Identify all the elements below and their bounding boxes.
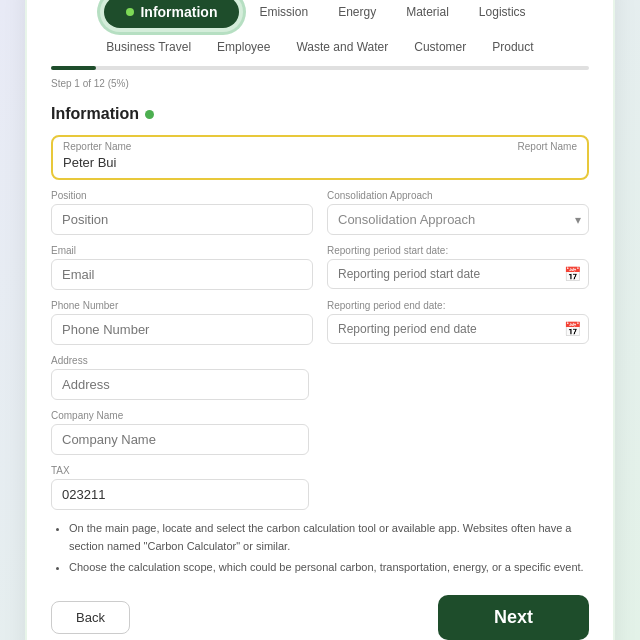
email-reporting-start-row: Email Reporting period start date: 📅 <box>51 245 589 290</box>
consolidation-group: Consolidation Approach Consolidation App… <box>327 190 589 235</box>
phone-reporting-end-row: Phone Number Reporting period end date: … <box>51 300 589 345</box>
position-label: Position <box>51 190 313 201</box>
company-row: Company Name <box>51 410 589 455</box>
progress-section: Step 1 of 12 (5%) <box>27 58 613 91</box>
form-section: Information Reporter Name Report Name Po… <box>27 91 613 581</box>
notes-list: On the main page, locate and select the … <box>51 520 589 577</box>
report-name-label: Report Name <box>518 141 577 152</box>
address-input[interactable] <box>51 369 309 400</box>
position-group: Position <box>51 190 313 235</box>
email-label: Email <box>51 245 313 256</box>
progress-bar-fill <box>51 66 96 70</box>
tab-energy[interactable]: Energy <box>328 1 386 23</box>
reporting-start-group: Reporting period start date: 📅 <box>327 245 589 290</box>
email-input[interactable] <box>51 259 313 290</box>
note-item-1: On the main page, locate and select the … <box>69 520 589 555</box>
tab-information[interactable]: Information <box>104 0 239 28</box>
email-group: Email <box>51 245 313 290</box>
tab-waste-water[interactable]: Waste and Water <box>286 36 398 58</box>
consolidation-label: Consolidation Approach <box>327 190 589 201</box>
tab-emission[interactable]: Emission <box>249 1 318 23</box>
back-button[interactable]: Back <box>51 601 130 634</box>
section-title-text: Information <box>51 105 139 123</box>
top-nav: Information Emission Energy Material Log… <box>27 0 613 58</box>
reporter-name-input[interactable] <box>63 153 563 172</box>
reporting-start-label: Reporting period start date: <box>327 245 589 256</box>
reporter-name-label: Reporter Name <box>63 141 131 152</box>
position-consolidation-row: Position Consolidation Approach Consolid… <box>51 190 589 235</box>
reporting-end-input[interactable] <box>327 314 589 344</box>
active-dot <box>126 8 134 16</box>
reporting-end-group: Reporting period end date: 📅 <box>327 300 589 345</box>
phone-label: Phone Number <box>51 300 313 311</box>
section-dot <box>145 110 154 119</box>
tab-logistics[interactable]: Logistics <box>469 1 536 23</box>
reporting-end-label: Reporting period end date: <box>327 300 589 311</box>
position-input[interactable] <box>51 204 313 235</box>
tab-product[interactable]: Product <box>482 36 543 58</box>
reporting-start-input[interactable] <box>327 259 589 289</box>
address-label: Address <box>51 355 309 366</box>
company-input[interactable] <box>51 424 309 455</box>
progress-bar-bg <box>51 66 589 70</box>
company-label: Company Name <box>51 410 309 421</box>
nav-row1: Information Emission Energy Material Log… <box>104 0 535 28</box>
consolidation-select[interactable]: Consolidation Approach <box>327 204 589 235</box>
nav-row2: Business Travel Employee Waste and Water… <box>96 36 543 58</box>
tab-information-label: Information <box>140 4 217 20</box>
address-group: Address <box>51 355 309 400</box>
phone-input[interactable] <box>51 314 313 345</box>
main-card: Information Emission Energy Material Log… <box>25 0 615 640</box>
footer: Back Next <box>27 581 613 640</box>
tab-business-travel[interactable]: Business Travel <box>96 36 201 58</box>
tab-material[interactable]: Material <box>396 1 459 23</box>
consolidation-select-wrapper: Consolidation Approach <box>327 204 589 235</box>
address-row: Address <box>51 355 589 400</box>
reporting-end-wrapper: 📅 <box>327 314 589 344</box>
tab-employee[interactable]: Employee <box>207 36 280 58</box>
step-label: Step 1 of 12 (5%) <box>51 78 129 89</box>
note-item-2: Choose the calculation scope, which coul… <box>69 559 589 577</box>
tab-customer[interactable]: Customer <box>404 36 476 58</box>
reporting-start-wrapper: 📅 <box>327 259 589 289</box>
tax-input[interactable] <box>51 479 309 510</box>
reporter-report-row: Reporter Name Report Name <box>51 135 589 180</box>
tax-row: TAX <box>51 465 589 510</box>
tax-group: TAX <box>51 465 309 510</box>
phone-group: Phone Number <box>51 300 313 345</box>
notes-section: On the main page, locate and select the … <box>51 520 589 577</box>
section-title: Information <box>51 105 589 123</box>
tax-label: TAX <box>51 465 309 476</box>
next-button[interactable]: Next <box>438 595 589 640</box>
company-group: Company Name <box>51 410 309 455</box>
